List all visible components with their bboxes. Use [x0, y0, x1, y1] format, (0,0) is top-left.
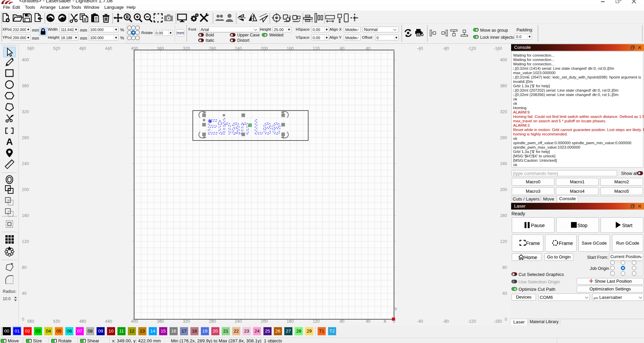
svg-text:X: X [384, 319, 387, 324]
svg-text:200: 200 [500, 187, 507, 192]
svg-text:320: 320 [183, 46, 190, 51]
svg-text:-160: -160 [494, 46, 502, 51]
svg-text:560: 560 [27, 46, 34, 51]
svg-text:···: ··· [440, 32, 442, 34]
svg-text:Start: Start [622, 223, 633, 228]
svg-text:120: 120 [313, 46, 320, 51]
svg-text:280: 280 [22, 135, 29, 140]
svg-text:40: 40 [366, 46, 370, 51]
svg-text:A: A [6, 136, 13, 147]
svg-text:80: 80 [340, 46, 345, 51]
svg-text:160: 160 [500, 213, 507, 218]
svg-text:360: 360 [500, 84, 507, 88]
svg-text:-40: -40 [417, 46, 423, 51]
svg-text:240: 240 [22, 161, 29, 166]
svg-text:0: 0 [505, 317, 507, 322]
svg-text:200: 200 [22, 187, 29, 192]
svg-text:440: 440 [105, 46, 112, 51]
svg-text:400: 400 [500, 58, 507, 62]
svg-text:80: 80 [502, 265, 507, 270]
svg-text:Frame: Frame [559, 241, 573, 246]
svg-text:320: 320 [500, 110, 507, 114]
svg-text:120: 120 [500, 239, 507, 244]
svg-text:400: 400 [22, 58, 29, 62]
svg-text:520: 520 [53, 46, 60, 51]
svg-text:Pause: Pause [531, 223, 545, 228]
svg-text:480: 480 [79, 46, 86, 51]
svg-text:-80: -80 [443, 46, 449, 51]
svg-text:Frame: Frame [526, 241, 540, 246]
svg-text:Y: Y [394, 307, 397, 312]
svg-text:160: 160 [22, 213, 29, 218]
svg-text:-120: -120 [468, 46, 476, 51]
svg-text:360: 360 [22, 84, 29, 88]
svg-text:40: 40 [502, 291, 507, 296]
svg-text:240: 240 [235, 46, 242, 51]
svg-text:Stop: Stop [577, 223, 587, 228]
svg-text:200: 200 [261, 46, 268, 51]
svg-text:80: 80 [22, 265, 27, 270]
svg-text:160: 160 [287, 46, 294, 51]
svg-text:0: 0 [22, 317, 24, 322]
svg-text:120: 120 [22, 239, 29, 244]
svg-text:400: 400 [131, 46, 138, 51]
svg-text:360: 360 [157, 46, 164, 51]
svg-text:···: ··· [436, 32, 438, 34]
svg-text:280: 280 [209, 46, 216, 51]
svg-text:280: 280 [500, 135, 507, 140]
svg-text:320: 320 [22, 110, 29, 114]
svg-text:···: ··· [463, 29, 465, 30]
svg-text:40: 40 [22, 291, 27, 296]
svg-text:240: 240 [500, 161, 507, 166]
svg-text:Home: Home [524, 255, 537, 260]
